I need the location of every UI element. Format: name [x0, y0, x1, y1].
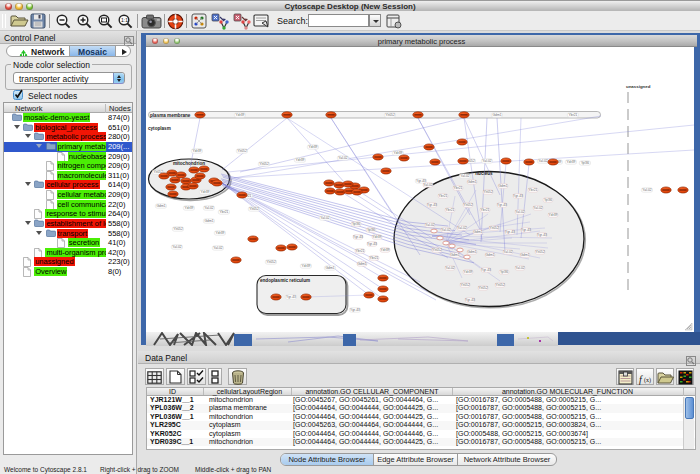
svg-text:Ygr-43: Ygr-43: [353, 235, 363, 239]
svg-text:Ydr39: Ydr39: [567, 160, 576, 164]
svg-text:Ygr-43: Ygr-43: [350, 308, 360, 312]
svg-text:Ygr-43: Ygr-43: [465, 298, 475, 302]
svg-text:Gdm1: Gdm1: [358, 262, 367, 266]
svg-text:Ypl36: Ypl36: [581, 161, 589, 165]
svg-text:Gdm1: Gdm1: [468, 180, 477, 184]
svg-text:Yal-02: Yal-02: [425, 223, 434, 227]
svg-text:Ylr052: Ylr052: [460, 283, 470, 287]
svg-text:Gdm1: Gdm1: [157, 204, 166, 208]
svg-text:Ydr39: Ydr39: [216, 231, 225, 235]
svg-text:f: f: [639, 374, 643, 385]
svg-text:Ylr052: Ylr052: [489, 226, 499, 230]
svg-text:Yal-02: Yal-02: [457, 226, 466, 230]
svg-text:(x): (x): [644, 377, 651, 384]
svg-text:Gdm1: Gdm1: [474, 230, 483, 234]
svg-text:Yal-02: Yal-02: [533, 206, 542, 210]
svg-text:Ylr052: Ylr052: [173, 227, 183, 231]
svg-text:Ybr21: Ybr21: [446, 208, 455, 212]
svg-text:Ygr-43: Ygr-43: [286, 295, 296, 299]
svg-text:Gdm1: Gdm1: [499, 184, 508, 188]
svg-text:Gdm1: Gdm1: [326, 266, 335, 270]
svg-text:Yal-02: Yal-02: [482, 159, 491, 163]
svg-text:Ydr39: Ydr39: [236, 113, 245, 117]
svg-text:Yal-02: Yal-02: [441, 228, 450, 232]
svg-text:Ybr21: Ybr21: [529, 188, 538, 192]
svg-text:Ylr052: Ylr052: [495, 283, 505, 287]
svg-text:1:1: 1:1: [121, 17, 128, 23]
svg-text:Yal-02: Yal-02: [172, 245, 181, 249]
svg-text:Ybr21: Ybr21: [370, 256, 379, 260]
svg-text:Ylr052: Ylr052: [483, 190, 493, 194]
svg-text:Ydr39: Ydr39: [302, 264, 311, 268]
svg-text:Ylr052: Ylr052: [385, 113, 395, 117]
svg-text:Yal-02: Yal-02: [515, 266, 524, 270]
svg-text:endoplasmic reticulum: endoplasmic reticulum: [260, 278, 310, 283]
svg-text:Ygr-43: Ygr-43: [521, 228, 531, 232]
svg-text:Gdm1: Gdm1: [486, 253, 495, 257]
svg-text:Yal-02: Yal-02: [213, 246, 222, 250]
svg-text:Ygr-43: Ygr-43: [427, 203, 437, 207]
svg-text:Ydr39: Ydr39: [193, 149, 202, 153]
svg-text:Ylr052: Ylr052: [259, 162, 269, 166]
svg-text:Ybr21: Ybr21: [356, 249, 365, 253]
svg-text:Ylr052: Ylr052: [237, 149, 247, 153]
svg-text:Ydr39: Ydr39: [185, 206, 194, 210]
svg-text:Gdm1: Gdm1: [493, 113, 502, 117]
svg-text:Ydr39: Ydr39: [201, 190, 210, 194]
svg-text:Ybr21: Ybr21: [481, 208, 490, 212]
svg-text:Ybr21: Ybr21: [220, 210, 229, 214]
svg-text:Yal-02: Yal-02: [423, 183, 432, 187]
svg-text:Ydr39: Ydr39: [381, 248, 390, 252]
svg-text:Ypl36: Ypl36: [500, 270, 508, 274]
svg-text:Ygr-43: Ygr-43: [481, 268, 491, 272]
svg-text:Ydr39: Ydr39: [296, 158, 305, 162]
svg-text:Ygr-43: Ygr-43: [513, 194, 523, 198]
svg-text:Ylr052: Ylr052: [432, 248, 442, 252]
svg-text:Gdm1: Gdm1: [521, 253, 530, 257]
svg-text:Yal-02: Yal-02: [320, 216, 329, 220]
svg-text:Ypl36: Ypl36: [352, 222, 360, 226]
svg-text:Ybr21: Ybr21: [569, 113, 578, 117]
svg-text:Ylr052: Ylr052: [478, 286, 488, 290]
svg-text:Yal-02: Yal-02: [338, 156, 347, 160]
svg-text:Ylr052: Ylr052: [463, 203, 473, 207]
svg-text:Ydr39: Ydr39: [309, 145, 318, 149]
svg-text:Yal-02: Yal-02: [515, 210, 524, 214]
svg-text:Ygr-43: Ygr-43: [505, 230, 515, 234]
svg-text:Yal-02: Yal-02: [503, 250, 512, 254]
svg-text:Ydr39: Ydr39: [549, 213, 558, 217]
svg-text:Ygr-43: Ygr-43: [367, 242, 377, 246]
svg-text:Ypl36: Ypl36: [367, 228, 375, 232]
svg-text:Yal-02: Yal-02: [204, 206, 213, 210]
svg-text:Gdm1: Gdm1: [205, 219, 214, 223]
svg-text:Ylr052: Ylr052: [249, 207, 259, 211]
svg-text:unassigned: unassigned: [626, 84, 651, 89]
svg-text:Gdm1: Gdm1: [451, 253, 460, 257]
svg-text:Yal-02: Yal-02: [445, 266, 454, 270]
svg-text:Ylr052: Ylr052: [266, 260, 276, 264]
svg-text:Ydr39: Ydr39: [464, 270, 473, 274]
svg-text:Ybr21: Ybr21: [454, 186, 463, 190]
svg-text:Ydr39: Ydr39: [373, 235, 382, 239]
svg-text:Ybr21: Ybr21: [439, 194, 448, 198]
svg-text:Yal-02: Yal-02: [460, 174, 469, 178]
svg-text:Ygr-43: Ygr-43: [537, 233, 547, 237]
svg-text:Ygr-43: Ygr-43: [497, 203, 507, 207]
svg-text:Ydr39: Ydr39: [394, 151, 403, 155]
svg-text:Yal-02: Yal-02: [642, 188, 651, 192]
svg-text:Ylr052: Ylr052: [535, 250, 545, 254]
svg-text:Yal-02: Yal-02: [538, 159, 547, 163]
svg-text:plasma membrane: plasma membrane: [150, 113, 191, 118]
svg-text:mitochondrion: mitochondrion: [173, 161, 205, 166]
svg-text:Gdm1: Gdm1: [468, 250, 477, 254]
svg-text:cytoplasm: cytoplasm: [148, 126, 171, 131]
svg-text:Ypl36: Ypl36: [544, 198, 552, 202]
